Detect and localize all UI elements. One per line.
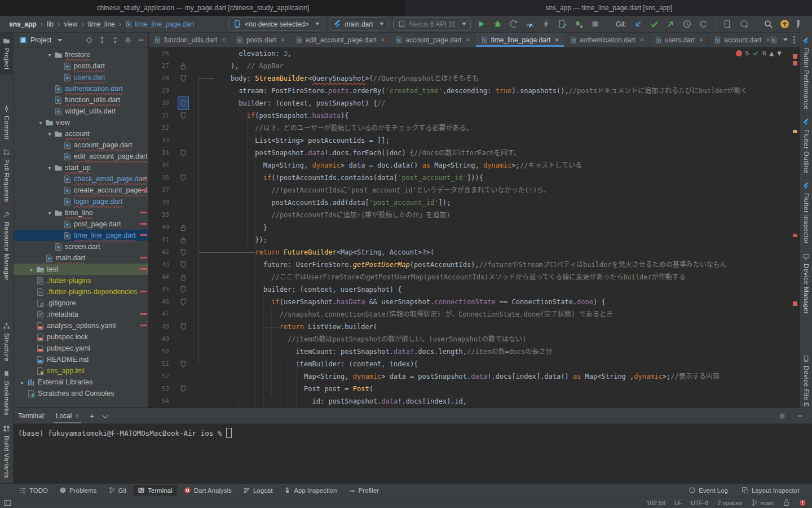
- shield-gutter-icon[interactable]: [178, 283, 188, 296]
- tool-button-logcat[interactable]: Logcat: [239, 485, 277, 496]
- tool-button-problems[interactable]: Problems: [55, 485, 102, 496]
- project-tree-item[interactable]: main.dart: [14, 252, 148, 264]
- project-tree-item[interactable]: edit_account_page.dart: [14, 151, 148, 162]
- project-tree-item[interactable]: ▾firestore: [14, 49, 148, 60]
- project-tree-item[interactable]: function_utils.dart: [14, 94, 148, 106]
- close-icon[interactable]: ×: [766, 36, 770, 44]
- profile-button[interactable]: [508, 19, 519, 30]
- settings-icon[interactable]: [124, 36, 132, 44]
- project-tree-item[interactable]: .gitignore: [14, 297, 148, 309]
- hide-panel-icon[interactable]: [796, 412, 804, 420]
- project-tree-item[interactable]: posts.dart: [14, 60, 148, 72]
- tab-options-icon[interactable]: [793, 36, 795, 43]
- error-stripe-mark[interactable]: [793, 234, 797, 237]
- editor-tab-account-dart[interactable]: account.dart×: [709, 33, 770, 47]
- editor-tab-posts-dart[interactable]: posts.dart×: [231, 33, 290, 47]
- project-tree-item[interactable]: ▾start_up: [14, 162, 148, 173]
- debug-button[interactable]: [492, 19, 503, 30]
- close-icon[interactable]: ×: [222, 36, 226, 44]
- project-tree-item[interactable]: ▾account: [14, 128, 148, 139]
- project-tree-item[interactable]: ▸test: [14, 264, 148, 275]
- tree-expanded-arrow[interactable]: ▾: [45, 165, 54, 171]
- collapse-all-icon[interactable]: [111, 36, 119, 44]
- prev-problem-icon[interactable]: ▲: [770, 50, 774, 56]
- close-icon[interactable]: ×: [75, 412, 79, 420]
- breadcrumb-item[interactable]: view: [64, 20, 77, 28]
- lock-gutter-icon[interactable]: [178, 271, 188, 283]
- breadcrumb-item-file[interactable]: time_line_page.dart: [125, 20, 194, 28]
- lock-gutter-icon[interactable]: [178, 60, 188, 72]
- git-branch-widget[interactable]: main: [751, 499, 774, 506]
- project-tree-item[interactable]: YMLpubspec.yaml: [14, 343, 148, 354]
- error-stripe-mark[interactable]: [793, 54, 797, 59]
- lightning-button[interactable]: [540, 19, 551, 30]
- shield-gutter-icon[interactable]: [178, 296, 188, 308]
- close-icon[interactable]: ×: [466, 36, 470, 44]
- expand-all-icon[interactable]: [98, 36, 106, 44]
- read-write-lock-icon[interactable]: [783, 499, 790, 506]
- lock-gutter-icon[interactable]: [178, 234, 188, 246]
- shield-gutter-icon[interactable]: [178, 383, 188, 395]
- line-number[interactable]: 34: [149, 147, 169, 159]
- line-number[interactable]: 38: [149, 196, 169, 209]
- chevron-down-icon[interactable]: [102, 411, 108, 418]
- editor-tab-authentication-dart[interactable]: authentication.dart×: [564, 33, 650, 47]
- project-tree-item[interactable]: account_page.dart: [14, 139, 148, 151]
- shield-gutter-icon[interactable]: [178, 172, 188, 184]
- line-number[interactable]: 36: [149, 172, 169, 184]
- editor-tab-edit_account_page-dart[interactable]: edit_account_page.dart×: [290, 33, 390, 47]
- project-tree-item[interactable]: ▸External Libraries: [14, 376, 148, 388]
- editor-tab-time_line_page-dart[interactable]: time_line_page.dart×: [476, 33, 564, 47]
- stop-button[interactable]: [589, 19, 601, 30]
- close-icon[interactable]: ×: [640, 36, 644, 44]
- terminal-output[interactable]: (base) fukuyamatomoki@F-MATOMOsMacBook-A…: [14, 424, 812, 438]
- run-config-selector[interactable]: main.dart: [329, 17, 389, 30]
- project-tree-item[interactable]: MDREADME.md: [14, 354, 148, 365]
- project-tree-item[interactable]: post_page.dart: [14, 218, 148, 230]
- tree-expanded-arrow[interactable]: ▾: [45, 52, 54, 58]
- error-stripe-mark[interactable]: [793, 301, 797, 306]
- line-number[interactable]: 50: [149, 345, 169, 358]
- device-selector[interactable]: <no device selected>: [228, 17, 324, 30]
- project-tree-item[interactable]: login_page.dart: [14, 196, 148, 207]
- package-down-button[interactable]: [738, 19, 749, 30]
- notification-badge-icon[interactable]: [799, 499, 806, 506]
- breadcrumb-item[interactable]: sns_app: [9, 20, 37, 28]
- file-encoding[interactable]: UTF-8: [691, 500, 708, 506]
- close-icon[interactable]: ×: [381, 36, 385, 44]
- close-icon[interactable]: ×: [555, 36, 559, 44]
- tool-window-button-flutter-inspector[interactable]: Flutter Inspector: [800, 178, 812, 248]
- line-number[interactable]: 49: [149, 333, 169, 345]
- error-stripe-mark[interactable]: [793, 130, 797, 133]
- project-tree-item[interactable]: create_account_page.dart: [14, 185, 148, 196]
- hidden-tab-icon[interactable]: [770, 36, 778, 43]
- commit-check-button[interactable]: [648, 19, 660, 30]
- error-stripe-mark[interactable]: [793, 61, 797, 65]
- shield-gutter-icon[interactable]: [178, 72, 188, 85]
- editor-tab-users-dart[interactable]: users.dart×: [650, 33, 709, 47]
- target-device-selector[interactable]: Nexus 6 API 31: [393, 17, 471, 30]
- history-button[interactable]: [681, 19, 692, 30]
- tree-expanded-arrow[interactable]: ▾: [45, 210, 54, 216]
- ide-update-button[interactable]: [779, 19, 790, 30]
- line-number[interactable]: 43: [149, 259, 169, 271]
- caret-position[interactable]: 102:58: [646, 500, 665, 506]
- new-terminal-icon[interactable]: +: [89, 411, 94, 421]
- tool-window-button-flutter-performance[interactable]: Flutter Performance: [800, 33, 812, 114]
- line-number[interactable]: 41: [149, 234, 169, 246]
- project-tree-item[interactable]: .flutter-plugins: [14, 275, 148, 286]
- update-button[interactable]: [632, 19, 643, 30]
- line-number[interactable]: 48: [149, 321, 169, 333]
- terminal-settings-icon[interactable]: [778, 412, 786, 420]
- project-tree-item[interactable]: check_email_page.dart: [14, 173, 148, 185]
- project-tree-item[interactable]: .metadata: [14, 309, 148, 320]
- shield-gutter-icon[interactable]: [178, 259, 188, 271]
- hide-icon[interactable]: [137, 36, 145, 44]
- attach-debugger-button[interactable]: [573, 19, 584, 30]
- project-tree-item[interactable]: .flutter-plugins-dependencies: [14, 286, 148, 297]
- tool-button-profiler[interactable]: Profiler: [344, 485, 383, 496]
- breadcrumb-item[interactable]: lib: [47, 20, 54, 28]
- line-number[interactable]: 40: [149, 221, 169, 234]
- line-number[interactable]: 35: [149, 159, 169, 172]
- project-panel-title[interactable]: Project: [30, 36, 51, 44]
